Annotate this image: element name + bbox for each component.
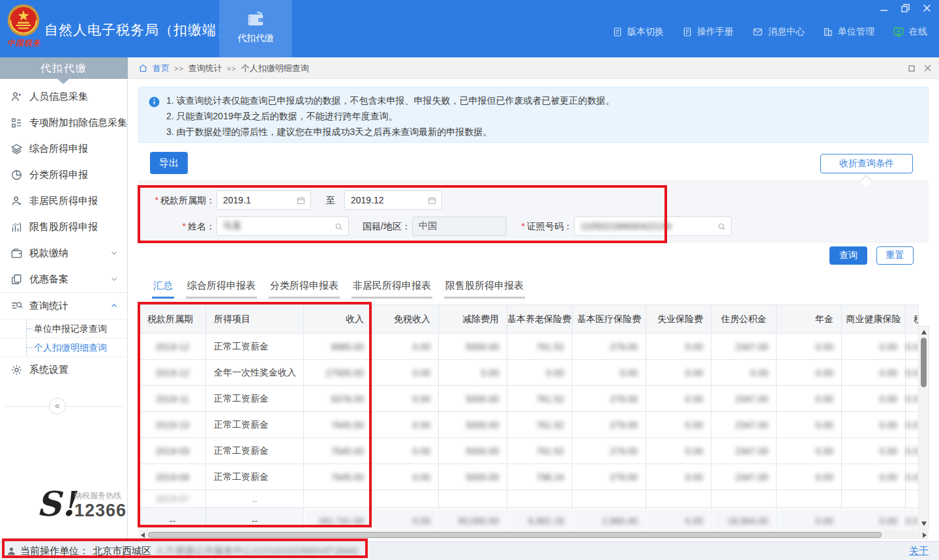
minimize-button[interactable] — [878, 2, 889, 14]
sidebar-item-tax-payment[interactable]: 税款缴纳 — [0, 240, 127, 266]
sidebar-item-label: 人员信息采集 — [29, 91, 88, 103]
sidebar-subitem-unit-declaration-query[interactable]: 单位申报记录查询 — [0, 319, 127, 338]
table-row[interactable]: 2019-09 正常工资薪金 7645.00 0.00 5000.00 761.… — [140, 438, 919, 464]
cell-period: 2019-11 — [140, 386, 206, 412]
report-tabs: 汇总 综合所得申报表 分类所得申报表 非居民所得申报表 限售股所得申报表 — [152, 280, 525, 299]
cell-value: 279.00 — [573, 334, 646, 360]
breadcrumb-home[interactable]: 首页 — [153, 63, 170, 74]
maximize-page-icon[interactable] — [908, 65, 915, 72]
chevron-up-icon — [110, 302, 118, 310]
menu-label: 单位管理 — [838, 26, 874, 38]
user-icon — [7, 546, 16, 556]
close-button[interactable] — [921, 2, 932, 14]
col-header: 税 — [906, 305, 919, 334]
online-status[interactable]: 在线 — [893, 26, 927, 38]
cell-value: 27500.00 — [304, 360, 372, 386]
vertical-scrollbar-thumb[interactable] — [921, 338, 927, 387]
export-button[interactable]: 导出 — [150, 152, 188, 174]
name-input[interactable]: 马某 — [216, 216, 349, 236]
scroll-down-arrow[interactable] — [921, 522, 927, 526]
cell-value: 0.00 — [906, 438, 919, 464]
sidebar-item-classified-income[interactable]: 分类所得申报 — [0, 162, 127, 188]
sidebar-item-label: 专项附加扣除信息采集 — [29, 117, 127, 129]
menu-message-center[interactable]: 消息中心 — [752, 26, 805, 38]
app-window: 中国税务 自然人电子税务局（扣缴端） 代扣代缴 版本切换 操作 — [0, 0, 939, 560]
sidebar-subitem-individual-withholding-query[interactable]: 个人扣缴明细查询 — [0, 338, 127, 357]
cell-value: 0.00 — [372, 386, 439, 412]
period-to-input[interactable]: 2019.12 — [344, 190, 442, 210]
cell-value: 0.00 — [372, 508, 439, 534]
list-icon — [10, 117, 23, 129]
document-icon — [612, 27, 623, 37]
tab-classified-income-report[interactable]: 分类所得申报表 — [269, 280, 340, 299]
table-row[interactable]: 2019-12 全年一次性奖金收入 27500.00 0.00 0.00 0.0… — [140, 360, 919, 386]
period-from-input[interactable]: 2019.1 — [216, 190, 311, 210]
emblem-caption: 中国税务 — [4, 38, 44, 49]
sidebar-item-query-statistics[interactable]: 查询统计 — [0, 293, 127, 319]
tab-nonresident-income-report[interactable]: 非居民所得申报表 — [351, 280, 432, 299]
search-list-icon — [10, 300, 23, 312]
search-icon[interactable] — [334, 222, 344, 231]
sidebar-item-restricted-shares[interactable]: 限售股所得申报 — [0, 214, 127, 240]
calendar-icon[interactable] — [296, 196, 306, 205]
table-row-clipped[interactable]: 2019-07 .. — [140, 490, 919, 508]
table-row[interactable]: 2019-11 正常工资薪金 9378.00 0.00 5000.00 761.… — [140, 386, 919, 412]
collapse-query-button[interactable]: 收折查询条件 — [820, 154, 913, 173]
search-button[interactable]: 查询 — [829, 246, 867, 265]
data-table-wrap: 税款所属期 所得项目 收入 免税收入 减除费用 基本养老保险费 基本医疗保险费 … — [139, 304, 919, 534]
bar-chart-icon — [10, 221, 23, 233]
scroll-left-arrow[interactable] — [141, 533, 145, 538]
breadcrumb-bar: 首页 >> 查询统计 >> 个人扣缴明细查询 — [128, 57, 939, 79]
title-bar: 中国税务 自然人电子税务局（扣缴端） 代扣代缴 版本切换 操作 — [0, 0, 939, 57]
monitor-check-icon — [893, 26, 904, 38]
horizontal-scrollbar[interactable] — [139, 531, 929, 539]
cell-value: 0.00 — [372, 412, 439, 438]
id-input[interactable]: 110502199930422139 — [574, 216, 732, 236]
table-row[interactable]: 2019-08 正常工资薪金 7645.00 0.00 5000.00 798.… — [140, 464, 919, 490]
table-row[interactable]: 2019-10 正常工资薪金 7645.00 0.00 5000.00 761.… — [140, 412, 919, 438]
table-total-row: -- -- 161,741.00 0.00 60,000.00 6,991.16… — [140, 508, 919, 534]
chevron-down-icon — [110, 249, 118, 257]
table-row[interactable]: 2019-12 正常工资薪金 9985.00 0.00 5000.00 761.… — [140, 334, 919, 360]
col-header: 收入 — [304, 305, 372, 334]
menu-unit-management[interactable]: 单位管理 — [823, 26, 874, 38]
tab-restricted-shares-report[interactable]: 限售股所得申报表 — [444, 280, 525, 299]
sidebar-item-system-settings[interactable]: 系统设置 — [0, 357, 127, 383]
nationality-input[interactable]: 中国 — [412, 216, 507, 236]
sidebar-item-personnel-info[interactable]: 人员信息采集 — [0, 83, 127, 110]
tab-withholding-module[interactable]: 代扣代缴 — [219, 0, 292, 57]
menu-operation-manual[interactable]: 操作手册 — [682, 26, 734, 38]
tab-comprehensive-income-report[interactable]: 综合所得申报表 — [186, 280, 257, 299]
scroll-right-arrow[interactable] — [923, 533, 927, 538]
about-link[interactable]: 关于 — [909, 545, 929, 557]
cell-value: 0.00 — [906, 386, 919, 412]
cell-value: 0.00 — [646, 412, 711, 438]
sidebar-collapse-button[interactable]: « — [49, 398, 66, 415]
sidebar-item-comprehensive-income[interactable]: 综合所得申报 — [0, 136, 127, 162]
wallet-icon — [245, 9, 266, 29]
close-page-icon[interactable] — [924, 65, 931, 72]
cell-value: 0.00 — [777, 386, 842, 412]
hotline-number: 12366 — [74, 501, 127, 521]
search-icon[interactable] — [717, 222, 726, 231]
cell-value: 0.00 — [777, 412, 842, 438]
cell-item: 正常工资薪金 — [206, 386, 304, 412]
calendar-icon[interactable] — [427, 196, 437, 205]
cell-value: 798.24 — [507, 464, 573, 490]
vertical-scrollbar[interactable] — [918, 326, 929, 530]
scroll-up-arrow[interactable] — [921, 330, 927, 334]
menu-version-switch[interactable]: 版本切换 — [612, 26, 664, 38]
cell-value: 9985.00 — [304, 334, 372, 360]
sidebar-item-nonresident-income[interactable]: 非居民所得申报 — [0, 188, 127, 214]
col-header: 减除费用 — [439, 305, 507, 334]
sidebar-item-special-deduction[interactable]: 专项附加扣除信息采集 — [0, 110, 127, 136]
horizontal-scrollbar-thumb[interactable] — [148, 532, 882, 538]
reset-button[interactable]: 重置 — [876, 246, 914, 265]
restore-button[interactable] — [899, 2, 911, 14]
sidebar-item-preferential-filing[interactable]: 优惠备案 — [0, 266, 127, 292]
tab-summary[interactable]: 汇总 — [152, 280, 174, 299]
cell-item: 正常工资薪金 — [206, 412, 304, 438]
national-emblem-logo — [7, 3, 40, 37]
window-controls — [878, 2, 932, 14]
col-header: 商业健康保险 — [842, 305, 906, 334]
